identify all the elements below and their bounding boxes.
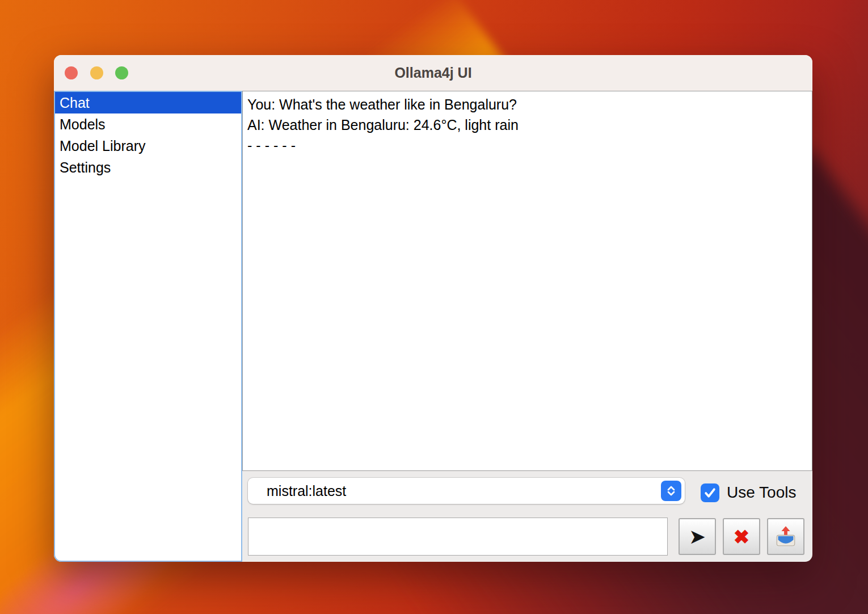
- red-x-icon: ✖: [734, 527, 750, 546]
- up-down-chevrons-icon: [661, 481, 681, 501]
- sidebar-item-models[interactable]: Models: [55, 113, 241, 135]
- chat-ai-message: AI: Weather in Bengaluru: 24.6°C, light …: [247, 115, 807, 135]
- model-select-value: mistral:latest: [267, 478, 346, 504]
- sidebar-item-chat[interactable]: Chat: [55, 92, 241, 113]
- clear-button[interactable]: ✖: [723, 518, 760, 555]
- use-tools-control: Use Tools: [701, 483, 796, 502]
- send-button[interactable]: ➤: [679, 518, 716, 555]
- composer-panel: mistral:latest Use Tools ➤ ✖: [242, 471, 812, 562]
- app-window: Ollama4j UI Chat Models Model Library Se…: [54, 55, 812, 562]
- send-arrow-icon: ➤: [689, 527, 706, 547]
- use-tools-checkbox[interactable]: [701, 483, 719, 502]
- chat-separator: ------: [247, 135, 807, 155]
- sidebar-item-model-library[interactable]: Model Library: [55, 135, 241, 157]
- tray-upload-icon: [774, 525, 798, 549]
- window-title: Ollama4j UI: [54, 55, 812, 91]
- chat-user-message: You: What's the weather like in Bengalur…: [247, 94, 807, 115]
- sidebar-nav-list: Chat Models Model Library Settings: [54, 91, 242, 562]
- sidebar-item-settings[interactable]: Settings: [55, 157, 241, 178]
- use-tools-label: Use Tools: [727, 483, 796, 502]
- chat-transcript: You: What's the weather like in Bengalur…: [242, 91, 812, 471]
- model-select-dropdown[interactable]: mistral:latest: [248, 478, 685, 504]
- message-input[interactable]: [248, 518, 668, 556]
- checkmark-icon: [702, 485, 718, 501]
- titlebar: Ollama4j UI: [54, 55, 812, 91]
- upload-button[interactable]: [767, 518, 804, 555]
